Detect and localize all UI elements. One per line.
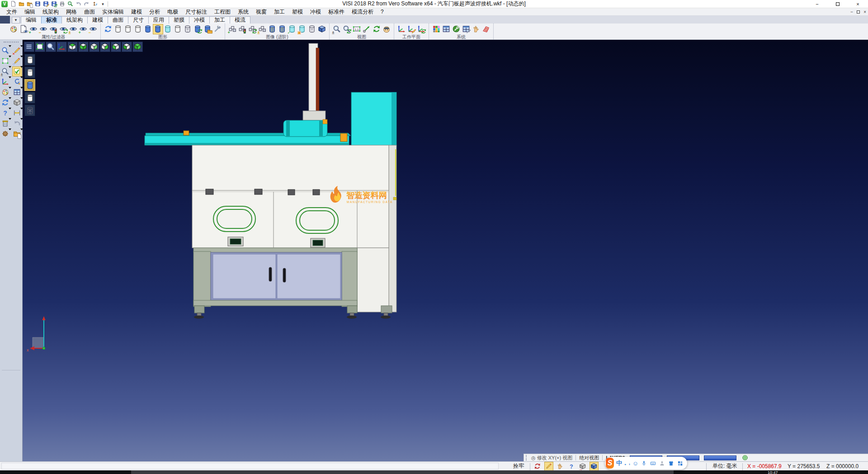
toggle-visibility-button[interactable]: ± bbox=[69, 24, 78, 34]
advanced-show-button[interactable]: + bbox=[228, 24, 237, 34]
tabbar-dropdown-button[interactable]: ▼ bbox=[12, 17, 20, 24]
undo-button[interactable] bbox=[75, 0, 82, 7]
regenerate-solids-button[interactable] bbox=[193, 24, 203, 34]
shaded-cube-button[interactable] bbox=[317, 24, 327, 34]
attribute-modify-button[interactable] bbox=[9, 24, 19, 34]
shaded-edges-view-button[interactable] bbox=[153, 24, 163, 34]
ime-mic-button[interactable] bbox=[641, 460, 647, 467]
save-as-button[interactable] bbox=[42, 0, 49, 7]
menu-item-6[interactable]: 建模 bbox=[127, 8, 146, 16]
menu-item-2[interactable]: 线架构 bbox=[39, 8, 62, 16]
selection-filter-button[interactable] bbox=[13, 67, 22, 76]
advanced-filter-button[interactable] bbox=[238, 24, 247, 34]
maximize-button[interactable] bbox=[827, 0, 848, 8]
import-file-button[interactable] bbox=[26, 0, 33, 7]
bounding-box-button[interactable]: ▣ bbox=[297, 24, 307, 34]
ime-language-toggle[interactable]: 中 bbox=[616, 459, 622, 467]
stripe-view-button[interactable] bbox=[278, 24, 287, 34]
window-settings-button[interactable] bbox=[462, 24, 471, 34]
graphics-settings-button[interactable] bbox=[213, 24, 222, 34]
ime-punctuation-toggle[interactable]: 。, bbox=[624, 460, 630, 466]
customize-quick-access-button[interactable]: ▾ bbox=[99, 0, 106, 7]
lock-label[interactable]: 拴牢 bbox=[513, 462, 524, 470]
new-document-button[interactable] bbox=[10, 0, 17, 7]
magic-select-button[interactable] bbox=[545, 462, 553, 470]
workplane-button[interactable] bbox=[1, 77, 10, 86]
attribute-copy-button[interactable] bbox=[19, 24, 28, 34]
tab-5[interactable]: 尺寸 bbox=[128, 16, 149, 24]
validate-solid-button[interactable]: ✓ bbox=[288, 24, 297, 34]
undo-arrow-button[interactable] bbox=[13, 119, 22, 128]
dashed-hidden-view-button[interactable] bbox=[133, 24, 143, 34]
menu-item-16[interactable]: 标准件 bbox=[325, 8, 348, 16]
zoom-1-1-button[interactable] bbox=[352, 24, 362, 34]
doc-minimize-button[interactable]: − bbox=[850, 9, 853, 14]
view-mode-label[interactable]: 绝对视图 bbox=[579, 455, 599, 461]
view-left-button[interactable] bbox=[111, 42, 121, 52]
redraw-button[interactable] bbox=[104, 24, 113, 34]
observer-view-button[interactable] bbox=[382, 24, 392, 34]
menu-item-11[interactable]: 系统 bbox=[234, 8, 252, 16]
workplane-create-button[interactable] bbox=[397, 24, 406, 34]
menu-item-18[interactable]: ? bbox=[377, 9, 387, 15]
menu-item-0[interactable]: 文件 bbox=[3, 8, 21, 16]
view-top-button[interactable] bbox=[67, 42, 78, 52]
navigator-button[interactable] bbox=[1, 129, 10, 138]
menu-item-12[interactable]: 视窗 bbox=[252, 8, 270, 16]
zoom-window-button[interactable] bbox=[1, 57, 10, 66]
menu-item-8[interactable]: 电极 bbox=[164, 8, 182, 16]
print-preview-button[interactable] bbox=[67, 0, 74, 7]
tab-4[interactable]: 曲面 bbox=[108, 16, 128, 24]
units-label[interactable]: 单位: 毫米 bbox=[712, 462, 737, 470]
viewport-3d[interactable]: x 智造资料网 MANUFACTURING DATA ◎ 修改 XY(+) 视图… bbox=[23, 40, 868, 461]
view-menu-button[interactable] bbox=[24, 42, 34, 52]
ime-account-button[interactable] bbox=[659, 460, 665, 467]
display-settings-button[interactable] bbox=[442, 24, 451, 34]
curve-edit-button[interactable] bbox=[13, 77, 22, 86]
refresh-view-button[interactable] bbox=[1, 98, 10, 107]
save-all-button[interactable] bbox=[51, 0, 57, 7]
menu-item-17[interactable]: 模流分析 bbox=[348, 8, 377, 16]
sketch-arc-button[interactable]: ○ bbox=[13, 57, 22, 66]
import-folder-button[interactable] bbox=[13, 129, 22, 138]
menu-item-3[interactable]: 网格 bbox=[62, 8, 80, 16]
taskbar-strip[interactable]: 10:47 bbox=[0, 470, 868, 474]
menu-item-1[interactable]: 编辑 bbox=[21, 8, 39, 16]
hidden-line-view-button[interactable] bbox=[123, 24, 133, 34]
ime-menu-button[interactable] bbox=[677, 460, 684, 467]
attributes-palette-button[interactable] bbox=[1, 88, 10, 97]
menu-item-13[interactable]: 加工 bbox=[270, 8, 288, 16]
shaded-view-button[interactable] bbox=[143, 24, 153, 34]
zoom-in-out-button[interactable]: ± bbox=[332, 24, 342, 34]
close-button[interactable]: × bbox=[848, 0, 868, 8]
tab-1[interactable]: 标准 bbox=[41, 16, 62, 24]
color-palette-button[interactable] bbox=[432, 24, 441, 34]
zoom-dynamic-button[interactable] bbox=[46, 42, 56, 52]
advanced-refresh-button[interactable] bbox=[248, 24, 257, 34]
refresh-visibility-button[interactable] bbox=[59, 24, 68, 34]
zoom-solid-button[interactable]: ± bbox=[1, 67, 10, 76]
render-hidden-line-button[interactable] bbox=[24, 66, 35, 78]
help-button[interactable] bbox=[1, 109, 10, 118]
tab-10[interactable]: 模流 bbox=[230, 16, 250, 24]
hide-all-button[interactable]: − bbox=[89, 24, 98, 34]
render-mesh-button[interactable] bbox=[24, 104, 35, 116]
selection-settings-button[interactable] bbox=[472, 24, 481, 34]
show-entities-button[interactable]: + bbox=[29, 24, 38, 34]
tab-8[interactable]: 冲模 bbox=[189, 16, 210, 24]
open-button[interactable] bbox=[18, 0, 25, 7]
solid-box-button[interactable] bbox=[13, 98, 22, 107]
sidebar-grip[interactable] bbox=[4, 42, 19, 44]
rotate-view-button[interactable] bbox=[372, 24, 382, 34]
grid-settings-button[interactable] bbox=[481, 24, 491, 34]
context-help-button[interactable] bbox=[567, 462, 576, 470]
menu-item-5[interactable]: 实体编辑 bbox=[99, 8, 127, 16]
tab-0[interactable]: 编辑 bbox=[21, 16, 42, 24]
strip-grip[interactable] bbox=[526, 455, 528, 460]
measure-button[interactable] bbox=[13, 109, 22, 118]
save-button[interactable] bbox=[34, 0, 41, 7]
doc-close-button[interactable]: × bbox=[863, 9, 866, 14]
ime-logo-icon[interactable]: S bbox=[606, 458, 614, 469]
delete-button[interactable] bbox=[1, 119, 10, 128]
grab-hand-button[interactable] bbox=[556, 462, 564, 470]
